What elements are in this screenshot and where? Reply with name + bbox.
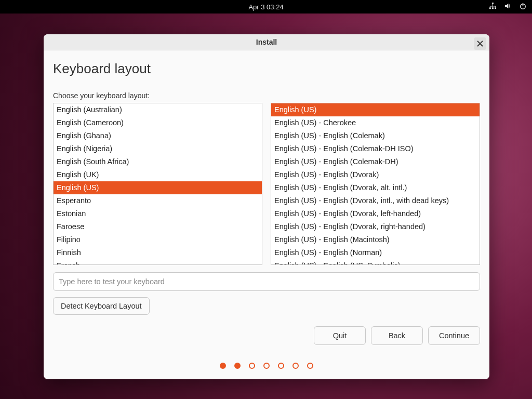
network-icon[interactable] <box>489 2 497 11</box>
layout-columns: English (Australian)English (Cameroon)En… <box>53 103 480 265</box>
nav-buttons: Quit Back Continue <box>53 326 480 345</box>
keyboard-test-input[interactable] <box>53 272 480 291</box>
layout-item[interactable]: English (UK) <box>54 168 262 181</box>
svg-rect-0 <box>492 3 494 4</box>
close-icon <box>477 41 483 47</box>
variant-item[interactable]: English (US) - English (Dvorak, intl., w… <box>271 194 480 207</box>
installer-window: Install Keyboard layout Choose your keyb… <box>44 34 489 379</box>
svg-rect-3 <box>495 7 496 9</box>
svg-rect-2 <box>492 7 494 9</box>
keyboard-layout-list[interactable]: English (Australian)English (Cameroon)En… <box>53 103 262 265</box>
svg-rect-8 <box>495 6 496 8</box>
detect-keyboard-button[interactable]: Detect Keyboard Layout <box>53 297 150 315</box>
layout-item[interactable]: English (Australian) <box>54 103 262 116</box>
power-icon[interactable] <box>519 2 527 11</box>
layout-item[interactable]: Finnish <box>54 246 262 259</box>
layout-item[interactable]: English (Cameroon) <box>54 116 262 129</box>
variant-item[interactable]: English (US) - English (Colemak-DH ISO) <box>271 142 480 155</box>
variant-item[interactable]: English (US) - English (Dvorak, right-ha… <box>271 220 480 233</box>
variant-item[interactable]: English (US) - English (US, Symbolic) <box>271 259 480 265</box>
layout-item[interactable]: English (US) <box>54 181 262 194</box>
back-button[interactable]: Back <box>371 326 423 345</box>
variant-item[interactable]: English (US) - English (Norman) <box>271 246 480 259</box>
layout-item[interactable]: Faroese <box>54 220 262 233</box>
keyboard-variant-list[interactable]: English (US)English (US) - CherokeeEngli… <box>271 103 480 265</box>
variant-item[interactable]: English (US) - English (Dvorak, alt. int… <box>271 181 480 194</box>
continue-button[interactable]: Continue <box>428 326 480 345</box>
variant-item[interactable]: English (US) - English (Dvorak) <box>271 168 480 181</box>
prompt-label: Choose your keyboard layout: <box>53 91 480 100</box>
step-dot <box>234 363 241 369</box>
step-dot <box>220 363 226 369</box>
svg-rect-4 <box>493 4 493 6</box>
volume-icon[interactable] <box>504 2 512 11</box>
svg-rect-6 <box>490 6 490 8</box>
step-dot <box>263 363 270 369</box>
system-tray[interactable] <box>489 0 527 14</box>
variant-item[interactable]: English (US) - English (Macintosh) <box>271 233 480 246</box>
svg-rect-10 <box>523 3 524 6</box>
step-dot <box>249 363 255 369</box>
step-dot <box>307 363 313 369</box>
svg-rect-7 <box>493 6 493 8</box>
variant-item[interactable]: English (US) - Cherokee <box>271 116 480 129</box>
top-menu-bar: Apr 3 03:24 <box>0 0 532 14</box>
layout-item[interactable]: Estonian <box>54 207 262 220</box>
progress-stepper <box>53 363 480 369</box>
layout-item[interactable]: Esperanto <box>54 194 262 207</box>
layout-item[interactable]: French <box>54 259 262 265</box>
step-dot <box>278 363 284 369</box>
layout-item[interactable]: English (Nigeria) <box>54 142 262 155</box>
layout-item[interactable]: English (South Africa) <box>54 155 262 168</box>
close-button[interactable] <box>474 37 486 50</box>
step-dot <box>292 363 299 369</box>
window-title: Install <box>256 38 277 46</box>
variant-item[interactable]: English (US) <box>271 103 480 116</box>
variant-item[interactable]: English (US) - English (Dvorak, left-han… <box>271 207 480 220</box>
layout-item[interactable]: Filipino <box>54 233 262 246</box>
window-titlebar: Install <box>44 34 489 50</box>
clock[interactable]: Apr 3 03:24 <box>248 3 283 11</box>
layout-item[interactable]: English (Ghana) <box>54 129 262 142</box>
installer-content: Keyboard layout Choose your keyboard lay… <box>44 50 489 379</box>
svg-rect-1 <box>489 7 491 9</box>
variant-item[interactable]: English (US) - English (Colemak-DH) <box>271 155 480 168</box>
quit-button[interactable]: Quit <box>314 326 366 345</box>
variant-item[interactable]: English (US) - English (Colemak) <box>271 129 480 142</box>
page-heading: Keyboard layout <box>53 61 480 77</box>
